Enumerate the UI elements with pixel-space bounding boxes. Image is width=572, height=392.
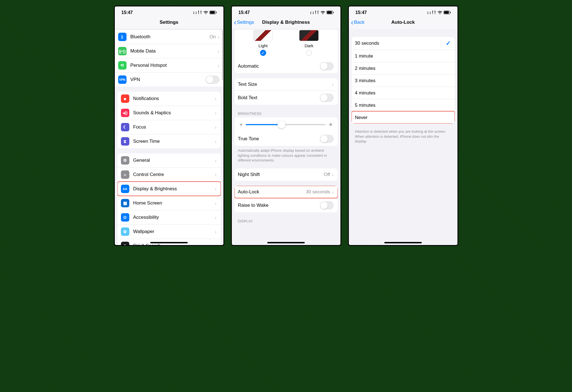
switches-icon: ≡ bbox=[121, 170, 129, 179]
switch-off[interactable] bbox=[320, 94, 334, 102]
row-4-minutes[interactable]: 4 minutes bbox=[352, 87, 455, 99]
wifi-icon bbox=[320, 11, 325, 15]
display-settings-list[interactable]: Light ✓ Dark Automatic Text Size › Bo bbox=[232, 29, 340, 245]
row-label: VPN bbox=[130, 77, 206, 82]
row-30-seconds[interactable]: 30 seconds✓ bbox=[352, 37, 455, 50]
row-label: Display & Brightness bbox=[133, 186, 215, 192]
row-vpn[interactable]: VPNVPN bbox=[115, 72, 223, 87]
siri-icon: ◉ bbox=[121, 242, 129, 245]
chevron-right-icon: › bbox=[215, 138, 217, 145]
sun-large-icon: ☀︎ bbox=[328, 121, 333, 128]
switch-off[interactable] bbox=[320, 201, 334, 210]
switch-off[interactable] bbox=[320, 135, 334, 143]
row-automatic[interactable]: Automatic bbox=[235, 59, 338, 73]
row-value: On bbox=[209, 34, 216, 40]
battery-icon bbox=[326, 11, 334, 14]
dark-label: Dark bbox=[299, 43, 319, 48]
row-3-minutes[interactable]: 3 minutes bbox=[352, 74, 455, 87]
svg-rect-7 bbox=[444, 11, 449, 14]
status-icons: ::!! bbox=[192, 10, 217, 15]
grid-icon: ▦ bbox=[121, 199, 129, 207]
row-home-screen[interactable]: ▦Home Screen› bbox=[118, 196, 221, 210]
row-auto-lock[interactable]: Auto-Lock 30 seconds › bbox=[235, 186, 338, 198]
row-label: 30 seconds bbox=[355, 41, 446, 46]
chevron-left-icon: ‹ bbox=[234, 19, 237, 26]
settings-list[interactable]: ᛒBluetoothOn›((•))Mobile Data›⟲Personal … bbox=[115, 29, 223, 245]
row-never[interactable]: Never bbox=[352, 111, 455, 123]
appearance-light[interactable]: Light ✓ bbox=[253, 30, 273, 56]
row-2-minutes[interactable]: 2 minutes bbox=[352, 62, 455, 74]
row-bold-text[interactable]: Bold Text bbox=[235, 91, 338, 105]
gear-icon: ⚙ bbox=[121, 156, 129, 165]
radio-selected-icon: ✓ bbox=[260, 50, 266, 56]
row-wallpaper[interactable]: ✿Wallpaper› bbox=[118, 224, 221, 239]
row-label: Focus bbox=[133, 124, 215, 130]
back-button[interactable]: ‹Back bbox=[351, 19, 364, 26]
row-bluetooth[interactable]: ᛒBluetoothOn› bbox=[115, 30, 223, 44]
back-label: Back bbox=[354, 20, 364, 25]
nav-bar: Settings bbox=[115, 17, 223, 29]
flower-icon: ✿ bbox=[121, 227, 129, 236]
row-control-centre[interactable]: ≡Control Centre› bbox=[118, 167, 221, 182]
brightness-slider[interactable] bbox=[246, 124, 325, 125]
wifi-icon bbox=[203, 11, 208, 15]
row-notifications[interactable]: ■Notifications› bbox=[118, 92, 221, 106]
row-label: Control Centre bbox=[133, 172, 215, 177]
chevron-left-icon: ‹ bbox=[351, 19, 354, 26]
back-button[interactable]: ‹Settings bbox=[234, 19, 254, 26]
appearance-picker: Light ✓ Dark bbox=[235, 30, 338, 59]
bluetooth-icon: ᛒ bbox=[118, 33, 127, 41]
chevron-right-icon: › bbox=[332, 189, 334, 195]
row-accessibility[interactable]: ⊙Accessibility› bbox=[118, 210, 221, 224]
home-indicator[interactable] bbox=[150, 242, 188, 243]
chevron-right-icon: › bbox=[215, 172, 217, 178]
checkmark-icon: ✓ bbox=[446, 40, 451, 47]
nav-bar: ‹Back Auto-Lock bbox=[349, 17, 457, 29]
row-label: Notifications bbox=[133, 96, 215, 101]
back-label: Settings bbox=[237, 20, 254, 25]
display-header: DISPLAY bbox=[232, 217, 340, 224]
row-5-minutes[interactable]: 5 minutes bbox=[352, 99, 455, 111]
row-label: 1 minute bbox=[355, 53, 451, 59]
nav-bar: ‹Settings Display & Brightness bbox=[232, 17, 340, 29]
text-size-label: Text Size bbox=[238, 82, 332, 87]
row-night-shift[interactable]: Night Shift Off › bbox=[235, 168, 338, 181]
chevron-right-icon: › bbox=[332, 171, 334, 178]
row-label: Bluetooth bbox=[130, 34, 210, 40]
auto-lock-list[interactable]: 30 seconds✓1 minute2 minutes3 minutes4 m… bbox=[349, 29, 457, 245]
true-tone-label: True Tone bbox=[238, 136, 320, 142]
phone-auto-lock: 15:47 ::!! ‹Back Auto-Lock 30 seconds✓1 … bbox=[348, 6, 458, 246]
speaker-icon: ◂)) bbox=[121, 109, 129, 117]
row-text-size[interactable]: Text Size › bbox=[235, 78, 338, 91]
switch-off[interactable] bbox=[320, 62, 334, 70]
switch-off[interactable] bbox=[206, 75, 220, 84]
row-1-minute[interactable]: 1 minute bbox=[352, 50, 455, 62]
row-label: 3 minutes bbox=[355, 78, 451, 84]
row-general[interactable]: ⚙General› bbox=[118, 153, 221, 167]
row-sounds-haptics[interactable]: ◂))Sounds & Haptics› bbox=[118, 106, 221, 120]
row-mobile-data[interactable]: ((•))Mobile Data› bbox=[115, 44, 223, 58]
page-title: Settings bbox=[159, 20, 178, 25]
home-indicator[interactable] bbox=[267, 242, 305, 243]
status-time: 15:47 bbox=[356, 10, 367, 15]
row-true-tone[interactable]: True Tone bbox=[235, 132, 338, 146]
row-screen-time[interactable]: ⧗Screen Time› bbox=[118, 134, 221, 148]
bell-icon: ■ bbox=[121, 94, 129, 103]
raise-to-wake-label: Raise to Wake bbox=[238, 203, 320, 208]
light-label: Light bbox=[253, 43, 273, 48]
phone-display-brightness: 15:47 ::!! ‹Settings Display & Brightnes… bbox=[231, 6, 341, 246]
status-bar: 15:47 ::!! bbox=[232, 6, 340, 17]
row-focus[interactable]: ☾Focus› bbox=[118, 120, 221, 134]
row-raise-to-wake[interactable]: Raise to Wake bbox=[235, 198, 338, 212]
row-personal-hotspot[interactable]: ⟲Personal Hotspot› bbox=[115, 58, 223, 72]
chevron-right-icon: › bbox=[215, 110, 217, 116]
AA-icon: AA bbox=[121, 185, 129, 193]
dark-thumbnail bbox=[299, 30, 319, 41]
night-shift-label: Night Shift bbox=[238, 172, 324, 177]
row-display-brightness[interactable]: AADisplay & Brightness› bbox=[118, 182, 221, 196]
status-bar: 15:47 ::!! bbox=[115, 6, 223, 17]
row-label: Wallpaper bbox=[133, 229, 215, 234]
appearance-dark[interactable]: Dark bbox=[299, 30, 319, 56]
home-indicator[interactable] bbox=[384, 242, 422, 243]
chevron-right-icon: › bbox=[215, 214, 217, 221]
